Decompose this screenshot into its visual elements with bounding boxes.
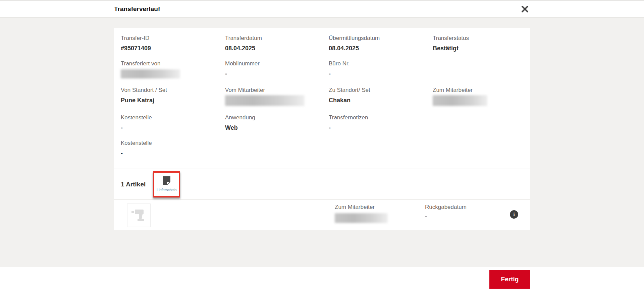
redacted-value (121, 69, 180, 78)
field-label: Transfer-ID (121, 35, 225, 42)
field-empty (433, 60, 524, 78)
articles-section: 1 Artikel Lieferschein (114, 169, 530, 199)
field-value: - (425, 213, 467, 220)
delivery-note-button[interactable]: Lieferschein (153, 171, 180, 197)
document-icon (163, 176, 171, 186)
modal-footer: Fertig (0, 267, 644, 290)
field-label: Mobilnummer (225, 60, 329, 67)
field-label: Transfernotizen (329, 114, 433, 121)
field-value: 08.04.2025 (329, 45, 433, 52)
field-label: Anwendung (225, 114, 329, 121)
field-empty (433, 114, 524, 131)
field-cost-center: Kostenstelle - (121, 114, 225, 131)
page-title: Transferverlauf (114, 5, 160, 13)
transfer-details-card: Transfer-ID #95071409 Transferdatum 08.0… (114, 28, 530, 230)
field-from-location: Von Standort / Set Pune Katraj (121, 87, 225, 106)
delivery-note-label: Lieferschein (156, 188, 177, 192)
item-to-employee: Zum Mitarbeiter (335, 204, 388, 223)
field-label: Transferstatus (433, 35, 524, 42)
field-value: - (121, 150, 225, 157)
field-label: Rückgabedatum (425, 204, 467, 211)
field-label: Zum Mitarbeiter (335, 204, 388, 211)
field-to-location: Zu Standort/ Set Chakan (329, 87, 433, 106)
transfer-fields-grid: Transfer-ID #95071409 Transferdatum 08.0… (114, 28, 530, 169)
field-transfer-status: Transferstatus Bestätigt (433, 35, 524, 52)
field-label: Zu Standort/ Set (329, 87, 433, 94)
field-label: Kostenstelle (121, 140, 225, 147)
field-to-employee: Zum Mitarbeiter (433, 87, 524, 106)
field-label: Transferiert von (121, 60, 225, 67)
field-value: - (225, 70, 329, 77)
field-value: Pune Katraj (121, 97, 225, 104)
field-transferred-by: Transferiert von (121, 60, 225, 78)
item-return-date: Rückgabedatum - (425, 204, 467, 220)
field-from-employee: Vom Mitarbeiter (225, 87, 329, 106)
field-label: Zum Mitarbeiter (433, 87, 524, 94)
modal-body: Transfer-ID #95071409 Transferdatum 08.0… (0, 18, 644, 267)
field-label: Übermittlungsdatum (329, 35, 433, 42)
close-button[interactable] (521, 5, 529, 14)
info-icon: i (513, 212, 515, 217)
field-label: Kostenstelle (121, 114, 225, 121)
redacted-value (335, 213, 388, 223)
field-value: Web (225, 124, 329, 131)
field-submission-date: Übermittlungsdatum 08.04.2025 (329, 35, 433, 52)
article-image-placeholder (127, 204, 151, 227)
field-transfer-notes: Transfernotizen - (329, 114, 433, 131)
drill-icon (131, 207, 147, 223)
field-transfer-id: Transfer-ID #95071409 (121, 35, 225, 52)
article-list-item: Zum Mitarbeiter Rückgabedatum - i (114, 200, 530, 230)
field-label: Von Standort / Set (121, 87, 225, 94)
close-icon (521, 5, 529, 14)
redacted-value (225, 95, 305, 106)
field-value: #95071409 (121, 45, 225, 52)
field-value: Bestätigt (433, 45, 524, 52)
redacted-value (433, 95, 487, 106)
info-button[interactable]: i (510, 210, 518, 219)
field-transfer-date: Transferdatum 08.04.2025 (225, 35, 329, 52)
field-label: Vom Mitarbeiter (225, 87, 329, 94)
modal-header: Transferverlauf (0, 0, 644, 18)
field-mobile-number: Mobilnummer - (225, 60, 329, 78)
field-value: Chakan (329, 97, 433, 104)
done-button[interactable]: Fertig (489, 270, 530, 289)
field-value: - (329, 124, 433, 131)
field-label: Büro Nr. (329, 60, 433, 67)
field-label: Transferdatum (225, 35, 329, 42)
field-value: 08.04.2025 (225, 45, 329, 52)
field-office-number: Büro Nr. - (329, 60, 433, 78)
article-count-label: 1 Artikel (121, 181, 146, 188)
field-value: - (121, 124, 225, 131)
field-application: Anwendung Web (225, 114, 329, 131)
field-value: - (329, 70, 433, 77)
field-cost-center-2: Kostenstelle - (121, 140, 225, 157)
